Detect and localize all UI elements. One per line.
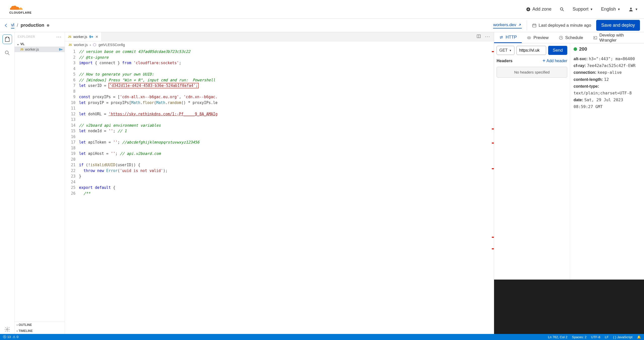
swap-icon — [499, 35, 504, 40]
svg-rect-4 — [533, 24, 536, 27]
settings-activity-icon[interactable] — [3, 325, 12, 334]
js-file-icon: JS — [68, 35, 71, 38]
calendar-icon — [532, 23, 537, 28]
chevron-down-icon: ▼ — [617, 8, 620, 11]
deploy-status: Last deployed a minute ago — [532, 23, 591, 28]
status-bar: ⓧ 13 ⚠ 0 Ln 762, Col 2 Spaces: 2 UTF-8 L… — [0, 334, 644, 340]
save-and-deploy-button[interactable]: Save and deploy — [596, 20, 640, 31]
chevron-down-icon: ▼ — [590, 8, 593, 11]
breadcrumb: vl / production — [4, 22, 49, 28]
cloudflare-logo[interactable]: CLOUDFLARE — [6, 4, 46, 14]
chevron-down-icon: ▼ — [509, 49, 512, 52]
chevron-right-icon: › — [17, 329, 18, 333]
http-tab[interactable]: HTTP — [494, 32, 522, 43]
svg-point-5 — [5, 51, 8, 54]
overview-ruler — [492, 48, 494, 334]
eol-status[interactable]: LF — [605, 335, 609, 339]
tree-file-worker[interactable]: JS worker.js 9+ — [15, 47, 65, 52]
sidebar-title: EXPLORER — [18, 35, 35, 39]
svg-rect-11 — [594, 36, 597, 39]
js-file-icon: JS — [20, 48, 23, 51]
search-activity-icon[interactable] — [3, 48, 12, 57]
wrangler-tab[interactable]: Develop with Wrangler — [588, 32, 644, 43]
no-headers-message: No headers specified — [497, 67, 567, 78]
split-editor-icon[interactable] — [476, 34, 481, 39]
send-button[interactable]: Send — [548, 46, 567, 55]
chevron-down-icon: ▼ — [635, 8, 638, 11]
warning-icon: ⚠ — [13, 335, 16, 339]
headers-label: Headers — [497, 59, 512, 63]
url-input[interactable] — [516, 46, 546, 55]
svg-point-9 — [529, 37, 530, 38]
timeline-section[interactable]: ›TIMELINE — [15, 328, 65, 334]
response-panel: 200 alt-svc: h3=":443"; ma=86400 cf-ray:… — [570, 43, 644, 280]
request-panel: GET▼ Send Headers + Add header No header… — [494, 43, 570, 280]
add-header-button[interactable]: + Add header — [543, 58, 567, 64]
eye-icon — [527, 36, 531, 40]
search-icon — [559, 7, 565, 12]
http-method-select[interactable]: GET▼ — [497, 46, 514, 55]
svg-point-2 — [560, 8, 563, 10]
back-arrow-icon[interactable] — [4, 23, 9, 28]
activity-bar — [0, 32, 15, 334]
language-status[interactable]: { } JavaScript — [613, 335, 632, 339]
devtools-tabs: HTTP Preview Schedule Develop with Wrang… — [494, 32, 644, 43]
clock-icon — [559, 36, 563, 40]
user-menu[interactable]: ▼ — [628, 7, 638, 12]
editor-breadcrumb[interactable]: JS worker.js › getVLESSConfig — [65, 41, 494, 48]
svg-text:CLOUDFLARE: CLOUDFLARE — [9, 11, 32, 14]
encoding-status[interactable]: UTF-8 — [591, 335, 600, 339]
response-status: 200 — [574, 46, 640, 52]
explorer-activity-icon[interactable] — [3, 35, 12, 44]
more-icon[interactable]: ··· — [485, 34, 490, 39]
devtools-panel: HTTP Preview Schedule Develop with Wrang… — [494, 32, 644, 334]
indent-status[interactable]: Spaces: 2 — [572, 335, 587, 339]
preview-tab[interactable]: Preview — [522, 32, 553, 43]
add-zone-button[interactable]: Add zone — [526, 7, 551, 12]
unsaved-changes-indicator — [47, 24, 49, 27]
plus-icon: + — [543, 58, 546, 64]
support-menu[interactable]: Support▼ — [573, 7, 593, 12]
chevron-down-icon: ⌄ — [17, 42, 19, 46]
outline-section[interactable]: ›OUTLINE — [15, 322, 65, 328]
top-nav: CLOUDFLARE Add zone Support▼ English▼ ▼ — [0, 0, 644, 19]
bell-icon[interactable]: 🔔 — [637, 335, 641, 339]
user-icon — [628, 7, 633, 12]
js-file-icon: JS — [68, 43, 72, 46]
svg-point-8 — [528, 37, 531, 39]
close-icon[interactable]: ✕ — [95, 35, 98, 39]
breadcrumb-current: production — [21, 23, 44, 28]
chevron-right-icon: › — [17, 323, 18, 327]
search-button[interactable] — [559, 7, 565, 12]
problems-count[interactable]: ⓧ 13 ⚠ 0 — [3, 335, 18, 339]
terminal-icon — [593, 36, 597, 40]
status-ok-icon — [574, 47, 577, 51]
editor-area: JS worker.js 9+ ✕ ··· JS worker.js › get… — [65, 32, 494, 334]
external-link-icon — [518, 23, 522, 27]
breadcrumb-bar: vl / production workers.dev Last deploye… — [0, 19, 644, 32]
editor-tab-worker[interactable]: JS worker.js 9+ ✕ — [65, 32, 102, 41]
plus-circle-icon — [526, 7, 531, 12]
console-panel[interactable] — [494, 280, 644, 334]
editor-tab-bar: JS worker.js 9+ ✕ ··· — [65, 32, 494, 41]
breadcrumb-project-link[interactable]: vl — [11, 22, 14, 28]
svg-point-6 — [7, 329, 8, 330]
explorer-sidebar: EXPLORER ··· ⌄ VL JS worker.js 9+ ›OUTLI… — [15, 32, 65, 334]
code-editor[interactable]: 1234567891011121314151617181920212223242… — [65, 48, 494, 334]
sidebar-more-icon[interactable]: ··· — [56, 34, 62, 40]
response-headers: alt-svc: h3=":443"; ma=86400 cf-ray: 7ee… — [574, 55, 640, 110]
schedule-tab[interactable]: Schedule — [554, 32, 588, 43]
workers-dev-link[interactable]: workers.dev — [493, 22, 522, 28]
svg-point-3 — [630, 8, 632, 9]
language-menu[interactable]: English▼ — [601, 7, 620, 12]
symbol-method-icon — [93, 43, 96, 47]
error-icon: ⓧ — [3, 335, 6, 339]
tree-folder-root[interactable]: ⌄ VL — [15, 41, 65, 47]
cursor-position[interactable]: Ln 762, Col 2 — [548, 335, 567, 339]
